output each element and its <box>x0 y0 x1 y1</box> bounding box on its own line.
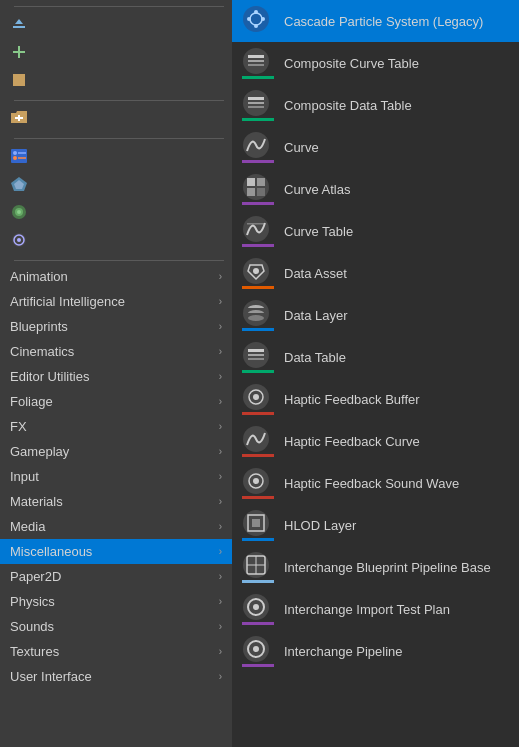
right-item-data-layer[interactable]: Data Layer <box>232 294 519 336</box>
right-item-curve[interactable]: Curve <box>232 126 519 168</box>
right-icon-composite-data-table <box>242 89 274 121</box>
right-item-interchange-import-test-plan[interactable]: Interchange Import Test Plan <box>232 588 519 630</box>
right-icon-hlod-layer <box>242 509 274 541</box>
arrow-icon-paper2d: › <box>219 571 222 582</box>
left-item-materials[interactable]: Materials › <box>0 489 232 514</box>
right-item-label-curve-table: Curve Table <box>284 224 353 239</box>
left-item-media[interactable]: Media › <box>0 514 232 539</box>
svg-rect-32 <box>248 102 264 104</box>
svg-rect-33 <box>248 106 264 108</box>
new-folder-item[interactable] <box>0 104 232 132</box>
left-item-artificial-intelligence[interactable]: Artificial Intelligence › <box>0 289 232 314</box>
material-icon <box>10 203 28 221</box>
left-item-cinematics[interactable]: Cinematics › <box>0 339 232 364</box>
right-item-interchange-pipeline[interactable]: Interchange Pipeline <box>232 630 519 672</box>
right-item-label-cascade-particle: Cascade Particle System (Legacy) <box>284 14 483 29</box>
svg-point-16 <box>17 210 21 214</box>
left-item-animation[interactable]: Animation › <box>0 264 232 289</box>
right-item-hlod-layer[interactable]: HLOD Layer <box>232 504 519 546</box>
svg-rect-0 <box>13 26 25 28</box>
accent-bar-interchange-pipeline <box>242 664 274 667</box>
left-item-label-cinematics: Cinematics <box>10 344 219 359</box>
left-item-blueprints[interactable]: Blueprints › <box>0 314 232 339</box>
right-icon-interchange-pipeline <box>242 635 274 667</box>
arrow-icon-sounds: › <box>219 621 222 632</box>
arrow-icon-foliage: › <box>219 396 222 407</box>
right-item-label-interchange-blueprint-pipeline-base: Interchange Blueprint Pipeline Base <box>284 560 491 575</box>
level-item[interactable] <box>0 170 232 198</box>
left-item-editor-utilities[interactable]: Editor Utilities › <box>0 364 232 389</box>
left-item-sounds[interactable]: Sounds › <box>0 614 232 639</box>
accent-bar-composite-curve-table <box>242 76 274 79</box>
arrow-icon-physics: › <box>219 596 222 607</box>
left-item-label-sounds: Sounds <box>10 619 219 634</box>
accent-bar-curve <box>242 160 274 163</box>
left-item-label-gameplay: Gameplay <box>10 444 219 459</box>
right-item-label-curve-atlas: Curve Atlas <box>284 182 350 197</box>
left-item-gameplay[interactable]: Gameplay › <box>0 439 232 464</box>
svg-rect-63 <box>252 519 260 527</box>
right-item-interchange-blueprint-pipeline-base[interactable]: Interchange Blueprint Pipeline Base <box>232 546 519 588</box>
left-item-fx[interactable]: FX › <box>0 414 232 439</box>
right-item-haptic-feedback-sound-wave[interactable]: Haptic Feedback Sound Wave <box>232 462 519 504</box>
right-item-label-curve: Curve <box>284 140 319 155</box>
svg-point-43 <box>253 268 259 274</box>
svg-point-8 <box>13 151 17 155</box>
right-icon-cascade-particle <box>242 5 274 37</box>
quixel-item[interactable] <box>0 66 232 94</box>
advanced-asset-section <box>0 254 232 264</box>
basic-asset-section <box>0 132 232 142</box>
right-icon-interchange-blueprint-pipeline-base <box>242 551 274 583</box>
folder-section <box>0 94 232 104</box>
left-item-foliage[interactable]: Foliage › <box>0 389 232 414</box>
blueprint-class-item[interactable] <box>0 142 232 170</box>
arrow-icon-fx: › <box>219 421 222 432</box>
svg-rect-7 <box>11 149 27 163</box>
right-item-data-table[interactable]: Data Table <box>232 336 519 378</box>
svg-rect-6 <box>15 117 23 119</box>
niagara-system-item[interactable] <box>0 226 232 254</box>
add-feature-item[interactable] <box>0 38 232 66</box>
left-item-physics[interactable]: Physics › <box>0 589 232 614</box>
left-item-miscellaneous[interactable]: Miscellaneous › <box>0 539 232 564</box>
left-item-paper2d[interactable]: Paper2D › <box>0 564 232 589</box>
right-item-label-data-table: Data Table <box>284 350 346 365</box>
right-item-data-asset[interactable]: Data Asset <box>232 252 519 294</box>
right-item-label-haptic-feedback-curve: Haptic Feedback Curve <box>284 434 420 449</box>
right-item-label-hlod-layer: HLOD Layer <box>284 518 356 533</box>
import-item[interactable] <box>0 10 232 38</box>
right-item-haptic-feedback-buffer[interactable]: Haptic Feedback Buffer <box>232 378 519 420</box>
right-item-haptic-feedback-curve[interactable]: Haptic Feedback Curve <box>232 420 519 462</box>
svg-marker-1 <box>15 19 23 24</box>
arrow-icon-editor-utilities: › <box>219 371 222 382</box>
left-item-user-interface[interactable]: User Interface › <box>0 664 232 689</box>
accent-bar-curve-table <box>242 244 274 247</box>
right-item-curve-atlas[interactable]: Curve Atlas <box>232 168 519 210</box>
right-item-label-haptic-feedback-buffer: Haptic Feedback Buffer <box>284 392 420 407</box>
right-item-curve-table[interactable]: Curve Table <box>232 210 519 252</box>
svg-rect-39 <box>257 188 265 196</box>
right-item-label-composite-curve-table: Composite Curve Table <box>284 56 419 71</box>
left-item-label-physics: Physics <box>10 594 219 609</box>
right-item-composite-data-table[interactable]: Composite Data Table <box>232 84 519 126</box>
material-item[interactable] <box>0 198 232 226</box>
accent-bar-hlod-layer <box>242 538 274 541</box>
arrow-icon-artificial-intelligence: › <box>219 296 222 307</box>
left-item-label-user-interface: User Interface <box>10 669 219 684</box>
add-feature-icon <box>10 43 28 61</box>
svg-rect-36 <box>247 178 255 186</box>
left-item-label-media: Media <box>10 519 219 534</box>
right-icon-curve-table <box>242 215 274 247</box>
accent-bar-interchange-blueprint-pipeline-base <box>242 580 274 583</box>
accent-bar-cascade-particle <box>242 34 274 37</box>
left-item-input[interactable]: Input › <box>0 464 232 489</box>
left-item-textures[interactable]: Textures › <box>0 639 232 664</box>
accent-bar-haptic-feedback-buffer <box>242 412 274 415</box>
svg-point-60 <box>253 478 259 484</box>
left-item-label-editor-utilities: Editor Utilities <box>10 369 219 384</box>
right-item-composite-curve-table[interactable]: Composite Curve Table <box>232 42 519 84</box>
svg-rect-31 <box>248 97 264 100</box>
right-panel: Cascade Particle System (Legacy) Composi… <box>232 0 519 747</box>
right-item-cascade-particle[interactable]: Cascade Particle System (Legacy) <box>232 0 519 42</box>
svg-rect-29 <box>248 64 264 66</box>
